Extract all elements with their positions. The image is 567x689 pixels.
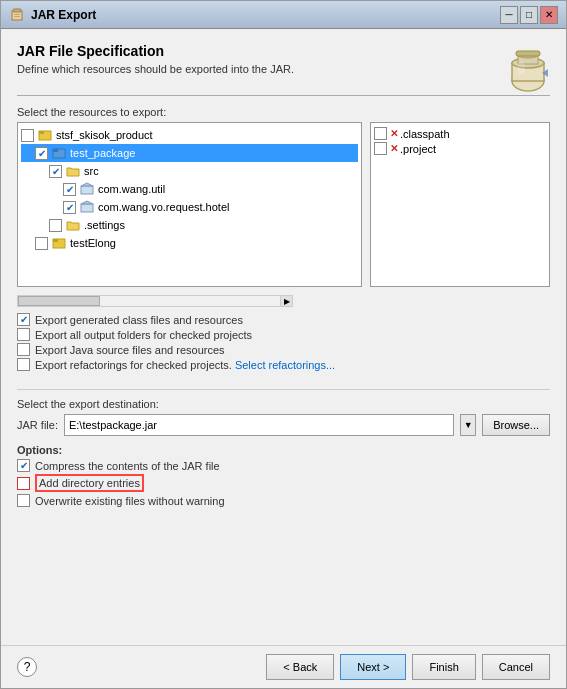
page-title: JAR File Specification [17,43,550,59]
resources-label: Select the resources to export: [17,106,550,118]
footer: ? < Back Next > Finish Cancel [1,645,566,688]
close-button[interactable]: ✕ [540,6,558,24]
option-label-export-java: Export Java source files and resources [35,344,225,356]
options-label: Options: [17,444,550,456]
option-label-export-output: Export all output folders for checked pr… [35,329,252,341]
tree-item-com-wang-util[interactable]: ✔ com.wang.util [21,180,358,198]
help-button[interactable]: ? [17,657,37,677]
next-button[interactable]: Next > [340,654,406,680]
scrollbar-area: ▶ [17,295,550,307]
svg-marker-17 [81,183,93,186]
left-tree[interactable]: stsf_skisok_product ✔ test_package [17,122,362,287]
tree-item-project[interactable]: ✕ .project [374,141,546,156]
svg-rect-9 [516,51,540,56]
option-row-export-java: Export Java source files and resources [17,343,550,356]
jar-file-label: JAR file: [17,419,58,431]
tree-label: .settings [84,219,125,231]
checkbox-testelong[interactable] [35,237,48,250]
checkbox-stsf[interactable] [21,129,34,142]
finish-button[interactable]: Finish [412,654,475,680]
minimize-button[interactable]: ─ [500,6,518,24]
svg-rect-18 [81,204,93,212]
jar-file-input[interactable] [64,414,454,436]
svg-marker-19 [81,201,93,204]
hscroll-thumb[interactable] [18,296,100,306]
options-section: Options: ✔ Compress the contents of the … [17,444,550,509]
tree-item-test-package[interactable]: ✔ test_package [21,144,358,162]
back-button[interactable]: < Back [266,654,334,680]
tree-item-stsf[interactable]: stsf_skisok_product [21,126,358,144]
window-icon [9,7,25,23]
option-row-add-dir: Add directory entries [17,474,550,492]
option-label-export-refactoring: Export refactorings for checked projects… [35,359,232,371]
option-row-compress: ✔ Compress the contents of the JAR file [17,459,550,472]
tree-item-settings[interactable]: .settings [21,216,358,234]
browse-button[interactable]: Browse... [482,414,550,436]
window-title: JAR Export [31,8,498,22]
project-icon [51,235,67,251]
maximize-button[interactable]: □ [520,6,538,24]
tree-label: com.wang.vo.request.hotel [98,201,229,213]
right-tree[interactable]: ✕ .classpath ✕ .project [370,122,550,287]
x-icon: ✕ [390,128,398,139]
svg-rect-1 [13,9,21,12]
folder-icon [65,217,81,233]
tree-label: .project [400,143,436,155]
dest-row: JAR file: ▼ Browse... [17,414,550,436]
option-row-export-class: ✔ Export generated class files and resou… [17,313,550,326]
tree-label: test_package [70,147,135,159]
checkbox-com-wang-vo[interactable]: ✔ [63,201,76,214]
folder-icon [65,163,81,179]
checkbox-export-output[interactable] [17,328,30,341]
package-icon [79,181,95,197]
tree-label: com.wang.util [98,183,165,195]
option-row-export-refactoring: Export refactorings for checked projects… [17,358,550,371]
svg-rect-15 [53,149,58,152]
dropdown-arrow[interactable]: ▼ [460,414,476,436]
project-icon [37,127,53,143]
export-options: ✔ Export generated class files and resou… [17,313,550,373]
option-label-overwrite: Overwrite existing files without warning [35,495,225,507]
hscroll-right-btn[interactable]: ▶ [280,296,292,306]
svg-rect-16 [81,186,93,194]
checkbox-test-package[interactable]: ✔ [35,147,48,160]
tree-item-src[interactable]: ✔ src [21,162,358,180]
checkbox-export-java[interactable] [17,343,30,356]
separator-1 [17,389,550,390]
page-description: Define which resources should be exporte… [17,63,550,75]
checkbox-export-refactoring[interactable] [17,358,30,371]
tree-label: stsf_skisok_product [56,129,153,141]
header-section: JAR File Specification Define which reso… [17,43,550,96]
checkbox-export-class[interactable]: ✔ [17,313,30,326]
package-icon [79,199,95,215]
option-label-export-class: Export generated class files and resourc… [35,314,243,326]
checkbox-classpath[interactable] [374,127,387,140]
checkbox-settings[interactable] [49,219,62,232]
option-label-compress: Compress the contents of the JAR file [35,460,220,472]
checkbox-compress[interactable]: ✔ [17,459,30,472]
tree-item-testelong[interactable]: testElong [21,234,358,252]
cancel-button[interactable]: Cancel [482,654,550,680]
x-icon: ✕ [390,143,398,154]
select-refactorings-link[interactable]: Select refactorings... [235,359,335,371]
checkbox-src[interactable]: ✔ [49,165,62,178]
svg-point-10 [517,61,525,75]
svg-rect-3 [14,16,20,17]
destination-label: Select the export destination: [17,398,550,410]
checkbox-com-wang-util[interactable]: ✔ [63,183,76,196]
tree-label: .classpath [400,128,450,140]
checkbox-add-dir[interactable] [17,477,30,490]
option-row-overwrite: Overwrite existing files without warning [17,494,550,507]
project-icon [51,145,67,161]
resources-panel: stsf_skisok_product ✔ test_package [17,122,550,287]
tree-item-classpath[interactable]: ✕ .classpath [374,126,546,141]
title-bar: JAR Export ─ □ ✕ [1,1,566,29]
hscroll[interactable]: ▶ [17,295,293,307]
main-content: JAR File Specification Define which reso… [1,29,566,645]
destination-section: Select the export destination: JAR file:… [17,398,550,436]
checkbox-overwrite[interactable] [17,494,30,507]
svg-rect-13 [39,131,44,134]
tree-item-com-wang-vo[interactable]: ✔ com.wang.vo.request.hotel [21,198,358,216]
checkbox-project[interactable] [374,142,387,155]
option-row-export-output: Export all output folders for checked pr… [17,328,550,341]
